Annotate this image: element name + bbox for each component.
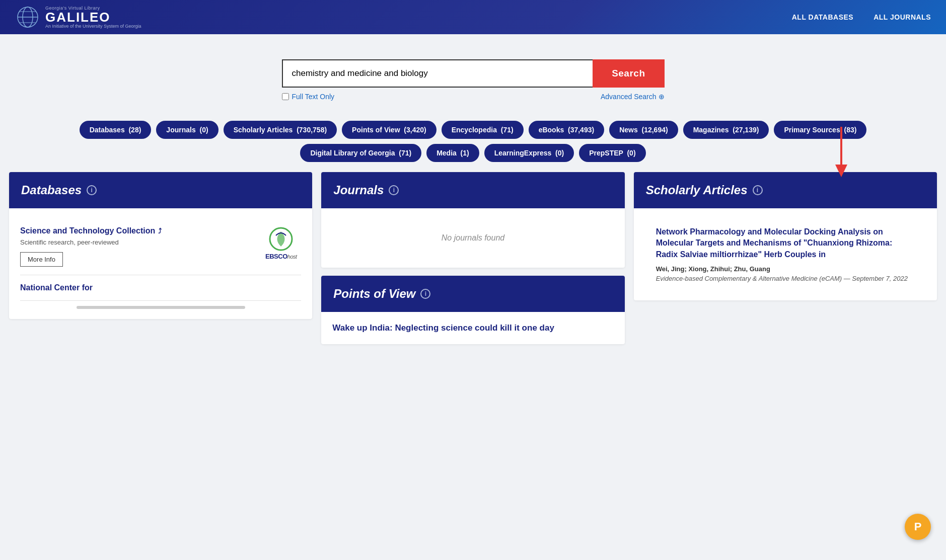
search-button[interactable]: Search	[593, 59, 664, 88]
journals-section-body: No journals found	[321, 208, 624, 268]
journals-info-icon[interactable]: i	[389, 185, 399, 195]
floating-badge-symbol: P	[914, 520, 922, 533]
journals-section-header: Journals i	[321, 172, 624, 208]
filter-magazines-count: (27,139)	[733, 126, 759, 134]
advanced-search-icon: ⊕	[659, 93, 665, 101]
journals-section-card: Journals i No journals found	[321, 172, 624, 268]
full-text-checkbox-label[interactable]: Full Text Only	[282, 93, 335, 101]
floating-p-badge[interactable]: P	[905, 514, 931, 540]
logo-text: Georgia's Virtual Library GALILEO An Ini…	[45, 6, 141, 29]
db-item-science-tech: Science and Technology Collection ⤴ Scie…	[20, 218, 301, 275]
pov-section-header: Points of View i	[321, 276, 624, 312]
pov-item: Wake up India: Neglecting science could …	[321, 312, 624, 344]
pov-section-title: Points of View	[333, 287, 415, 301]
filter-scholarly-articles[interactable]: Scholarly Articles (730,758)	[224, 121, 337, 139]
header: Georgia's Virtual Library GALILEO An Ini…	[0, 0, 946, 34]
pov-title[interactable]: Wake up India: Neglecting science could …	[332, 322, 613, 334]
filter-points-of-view[interactable]: Points of View (3,420)	[342, 121, 436, 139]
full-text-label-text: Full Text Only	[292, 93, 335, 101]
db-title-national-center: National Center for	[20, 283, 301, 292]
pov-section-body: Wake up India: Neglecting science could …	[321, 312, 624, 344]
databases-info-icon[interactable]: i	[87, 185, 97, 195]
ebsco-circle-svg	[268, 226, 294, 252]
filter-journals-count: (0)	[200, 126, 208, 134]
db-description-science-tech: Scientific research, peer-reviewed	[20, 238, 261, 246]
db-info-national-center: National Center for	[20, 283, 301, 292]
main-content: Databases i Science and Technology Colle…	[0, 172, 946, 359]
filter-digital-library-count: (71)	[399, 149, 411, 157]
filter-learningexpress-count: (0)	[555, 149, 564, 157]
journals-pov-column: Journals i No journals found Points of V…	[321, 172, 624, 344]
filter-scholarly-articles-count: (730,758)	[297, 126, 327, 134]
search-bar: Search	[282, 59, 665, 88]
databases-section-title: Databases	[21, 183, 82, 197]
no-journals-message: No journals found	[332, 218, 613, 258]
ebsco-container: EBSCOhost	[265, 226, 297, 260]
scholarly-articles-section-header: Scholarly Articles i	[634, 172, 937, 208]
advanced-search-text: Advanced Search	[601, 93, 657, 101]
db-info-science-tech: Science and Technology Collection ⤴ Scie…	[20, 226, 261, 267]
share-icon[interactable]: ⤴	[158, 227, 162, 235]
red-arrow-annotation	[826, 124, 856, 180]
scholarly-articles-column: Scholarly Articles i Network Pharmacolog…	[634, 172, 937, 344]
pov-section-card: Points of View i Wake up India: Neglecti…	[321, 276, 624, 344]
all-databases-link[interactable]: ALL DATABASES	[792, 13, 853, 21]
advanced-search-link[interactable]: Advanced Search ⊕	[601, 93, 665, 101]
svg-marker-7	[835, 165, 847, 177]
scholarly-articles-section-title: Scholarly Articles	[646, 183, 748, 197]
ebsco-brand-text: EBSCOhost	[265, 253, 297, 260]
article-item: Network Pharmacology and Molecular Docki…	[645, 218, 926, 290]
filter-ebooks[interactable]: eBooks (37,493)	[529, 121, 605, 139]
filter-learning-express[interactable]: LearningExpress (0)	[484, 144, 574, 162]
filter-media[interactable]: Media (1)	[426, 144, 479, 162]
filter-prepstep-count: (0)	[627, 149, 635, 157]
filter-pov-count: (3,420)	[404, 126, 426, 134]
db-title-science-tech: Science and Technology Collection ⤴	[20, 226, 261, 235]
logo-subtitle: An Initiative of the University System o…	[45, 24, 141, 29]
databases-section-card: Databases i Science and Technology Colle…	[9, 172, 312, 319]
filter-encyclopedia[interactable]: Encyclopedia (71)	[442, 121, 524, 139]
full-text-checkbox[interactable]	[282, 93, 289, 100]
filter-digital-library[interactable]: Digital Library of Georgia (71)	[300, 144, 421, 162]
logo-title: GALILEO	[45, 11, 141, 24]
article-authors: Wei, Jing; Xiong, Zhihui; Zhu, Guang	[656, 265, 915, 273]
search-options: Full Text Only Advanced Search ⊕	[282, 93, 665, 101]
scholarly-articles-info-icon[interactable]: i	[753, 185, 763, 195]
filter-section: Databases (28) Journals (0) Scholarly Ar…	[0, 116, 946, 172]
pov-info-icon[interactable]: i	[420, 289, 430, 299]
db-item-national-center: National Center for	[20, 275, 301, 301]
search-section: Search Full Text Only Advanced Search ⊕	[0, 34, 946, 116]
filter-news[interactable]: News (12,694)	[609, 121, 678, 139]
filter-journals[interactable]: Journals (0)	[156, 121, 218, 139]
filter-encyclopedia-count: (71)	[501, 126, 514, 134]
filter-ebooks-count: (37,493)	[568, 126, 594, 134]
databases-column: Databases i Science and Technology Colle…	[9, 172, 312, 344]
article-title[interactable]: Network Pharmacology and Molecular Docki…	[656, 226, 915, 260]
scroll-hint[interactable]	[77, 306, 245, 309]
all-journals-link[interactable]: ALL JOURNALS	[874, 13, 931, 21]
filter-news-count: (12,694)	[642, 126, 668, 134]
filter-databases-count: (28)	[128, 126, 141, 134]
filter-media-count: (1)	[461, 149, 469, 157]
databases-section-body: Science and Technology Collection ⤴ Scie…	[9, 208, 312, 319]
scholarly-articles-section-body: Network Pharmacology and Molecular Docki…	[634, 208, 937, 300]
db-title-text: Science and Technology Collection	[20, 226, 155, 235]
ebsco-logo-graphic	[268, 226, 294, 252]
journals-section-title: Journals	[333, 183, 384, 197]
galileo-globe-icon	[15, 5, 40, 30]
more-info-button-science-tech[interactable]: More Info	[20, 252, 63, 267]
filter-databases[interactable]: Databases (28)	[80, 121, 152, 139]
ebsco-logo-area: EBSCOhost	[261, 226, 301, 260]
search-input[interactable]	[282, 59, 593, 88]
databases-section-header: Databases i	[9, 172, 312, 208]
scholarly-articles-section-card: Scholarly Articles i Network Pharmacolog…	[634, 172, 937, 300]
filter-prepstep[interactable]: PrepSTEP (0)	[579, 144, 645, 162]
article-source: Evidence-based Complementary & Alternati…	[656, 275, 915, 282]
logo-area: Georgia's Virtual Library GALILEO An Ini…	[15, 5, 141, 30]
filter-magazines[interactable]: Magazines (27,139)	[683, 121, 769, 139]
header-nav: ALL DATABASES ALL JOURNALS	[792, 13, 931, 21]
